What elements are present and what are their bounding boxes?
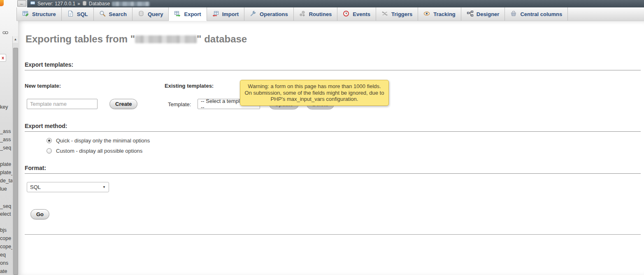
nav-item-fragment[interactable]: lue [0,186,12,192]
sidebar-scrollbar[interactable]: ▲ [12,36,18,275]
search-icon [99,10,106,18]
export-templates-heading: Export templates: [25,61,641,70]
redacted-database-name [135,35,197,43]
nav-item-fragment[interactable]: ate [0,268,12,274]
max-input-vars-warning-tooltip: Warning: a form on this page has more th… [240,80,389,106]
designer-icon [467,10,473,18]
nav-item-fragment[interactable]: _ass [0,128,12,134]
triggers-icon [381,10,388,18]
redacted-database-name [112,2,150,6]
nav-item-fragment[interactable]: cope_ [0,244,12,249]
tab-label: SQL [77,11,88,17]
export-method-option-custom: Custom - display all possible options [46,147,142,154]
tracking-icon [423,10,430,18]
tab-label: Export [184,11,201,17]
template-name-input[interactable] [27,99,98,109]
tab-import[interactable]: Import [207,7,244,21]
tab-label: Tracking [433,11,455,17]
tab-export[interactable]: Export [169,7,207,21]
nav-item-fragment[interactable]: plate [0,161,12,167]
back-button[interactable]: ← [17,0,26,7]
breadcrumb-separator: » [77,1,80,7]
nav-item-fragment[interactable]: cope [0,235,12,241]
tab-sql[interactable]: SQL [62,7,94,21]
nav-item-fragment[interactable]: plate_ [0,170,12,175]
select-dropdown-arrow-icon: ▼ [99,185,106,189]
radio-quick-label[interactable]: Quick - display only the minimal options [56,138,150,144]
export-method-option-quick: Quick - display only the minimal options [46,137,150,144]
page-title-prefix: Exporting tables from " [26,33,135,44]
create-template-button[interactable]: Create [109,99,137,109]
page-title: Exporting tables from "" database [26,33,247,45]
tab-label: Query [148,11,163,17]
tab-label: Search [109,11,127,17]
tab-operations[interactable]: Operations [244,7,294,21]
routines-icon [299,10,306,18]
query-icon [138,10,144,18]
events-icon [343,10,349,18]
tab-label: Operations [260,11,288,17]
new-template-label: New template: [25,83,61,89]
scrollbar-thumb[interactable] [13,48,18,275]
database-tab-bar: Structure SQL Search Query Export Import… [16,7,644,21]
navigation-sidebar: ▲ x key _ass _ass _seq plate plate_ de_t… [0,0,18,275]
radio-quick[interactable] [46,138,52,143]
tab-search[interactable]: Search [94,7,133,21]
tab-triggers[interactable]: Triggers [376,7,418,21]
page-title-suffix: " database [197,33,247,44]
import-icon [212,10,219,18]
nav-item-fragment[interactable]: bjs [0,227,12,233]
tab-label: Central columns [520,11,562,17]
nav-item-fragment[interactable]: eq [0,252,12,258]
phpmyadmin-export-page: ▲ x key _ass _ass _seq plate plate_ de_t… [0,0,644,275]
nav-item-fragment[interactable]: _seq [0,203,12,209]
sql-icon [67,10,74,18]
nav-item-fragment[interactable]: ons [0,260,12,266]
format-heading: Format: [25,165,641,174]
breadcrumb-database[interactable]: Database [89,1,110,7]
tab-label: Designer [477,11,500,17]
breadcrumb-server[interactable]: Server: 127.0.0.1 [37,1,75,7]
tab-designer[interactable]: Designer [461,7,505,21]
main-content: Exporting tables from "" database Export… [18,21,644,275]
tab-label: Structure [32,11,56,17]
tab-events[interactable]: Events [337,7,376,21]
panel-close-button[interactable]: x [0,54,6,62]
phpmyadmin-logo-fragment [0,0,4,6]
radio-custom-label[interactable]: Custom - display all possible options [56,148,142,154]
nav-item-fragment[interactable]: _ass [0,137,12,142]
tab-label: Import [222,11,239,17]
format-select-value: SQL [30,184,41,190]
database-icon [82,1,87,7]
nav-item-fragment[interactable]: _seq [0,145,12,151]
link-chain-icon [2,29,8,37]
format-select[interactable]: SQL ▼ [27,182,109,192]
tab-label: Triggers [391,11,412,17]
go-button[interactable]: Go [30,209,49,219]
tab-tracking[interactable]: Tracking [418,7,461,21]
radio-custom[interactable] [46,148,52,154]
export-icon [174,10,181,18]
monitor-icon [30,1,35,7]
nav-item-fragment[interactable]: key [0,104,12,110]
server-breadcrumb-bar: Server: 127.0.0.1 » Database [27,0,644,7]
tab-label: Routines [309,11,332,17]
export-method-heading: Export method: [25,123,641,132]
operations-icon [250,10,256,18]
scrollbar-up-arrow-icon[interactable]: ▲ [13,36,18,43]
nav-item-fragment[interactable]: de_ta [0,178,12,184]
nav-item-fragment[interactable]: elect [0,211,12,217]
tab-routines[interactable]: Routines [294,7,338,21]
structure-icon [22,10,29,18]
tab-label: Events [353,11,370,17]
section-divider [25,234,641,235]
tab-central-columns[interactable]: Central columns [505,7,568,21]
central-columns-icon [510,10,517,18]
tab-query[interactable]: Query [133,7,169,21]
existing-templates-label: Existing templates: [165,83,214,89]
tab-structure[interactable]: Structure [16,7,62,21]
template-label: Template: [168,101,191,107]
